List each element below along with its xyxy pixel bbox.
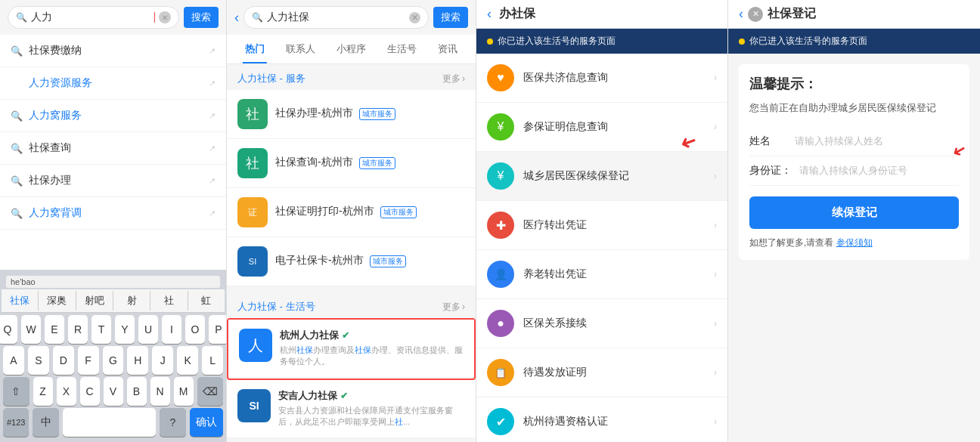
key-k[interactable]: K <box>177 346 198 375</box>
panel-registration: ‹ ✕ 社保登记 你已进入该生活号的服务页面 温馨提示： 您当前正在自助办理城乡… <box>728 0 980 442</box>
service-badge: 城市服务 <box>380 206 417 218</box>
form-input-id[interactable]: 请输入持续保人身份证号 <box>799 164 959 178</box>
service-item[interactable]: SI 电子社保卡-杭州市 城市服务 <box>227 237 476 286</box>
p3-title: 办社保 <box>499 6 717 22</box>
service-item[interactable]: 社 社保办理-杭州市 城市服务 <box>227 90 476 139</box>
submit-button[interactable]: 续保登记 <box>749 196 959 229</box>
form-input-name[interactable]: 请输入持续保人姓名 <box>795 134 959 148</box>
tab-hot[interactable]: 热门 <box>234 35 275 63</box>
p4-back-icon[interactable]: ‹ <box>739 6 743 22</box>
key-j[interactable]: J <box>152 346 173 375</box>
search-clear-icon[interactable]: ✕ <box>159 11 171 23</box>
suggestion-item[interactable]: 射 <box>113 291 150 311</box>
key-space[interactable] <box>63 408 156 437</box>
key-backspace[interactable]: ⌫ <box>197 377 224 406</box>
p4-close-icon[interactable]: ✕ <box>748 7 763 22</box>
menu-icon-medical-sharing: ♥ <box>487 64 514 91</box>
key-x[interactable]: X <box>57 377 76 406</box>
key-s[interactable]: S <box>28 346 49 375</box>
key-w[interactable]: W <box>21 315 41 344</box>
key-u[interactable]: U <box>138 315 158 344</box>
services-title: 人力社保 - 服务 <box>237 72 305 85</box>
service-text: 社保办理-杭州市 城市服务 <box>275 107 465 122</box>
menu-item-qualification[interactable]: ✔ 杭州待遇资格认证 › <box>476 397 727 442</box>
menu-item-medical-transfer[interactable]: ✚ 医疗转出凭证 › <box>476 201 727 250</box>
key-shift[interactable]: ⇧ <box>3 377 29 406</box>
suggestion-item[interactable]: 社 <box>150 291 188 311</box>
key-p[interactable]: P <box>209 315 227 344</box>
reminder-title: 温馨提示： <box>749 75 959 93</box>
service-badge: 城市服务 <box>359 108 395 120</box>
key-t[interactable]: T <box>91 315 111 344</box>
suggestion-item[interactable]: 深奥 <box>39 291 76 311</box>
list-item[interactable]: 🔍 社保费缴纳 ↗ <box>0 35 226 67</box>
menu-icon-district-insurance: ● <box>487 310 514 337</box>
key-d[interactable]: D <box>53 346 74 375</box>
keyboard-row-2: A S D F G H J K L <box>3 346 223 375</box>
list-item[interactable]: 🔍 人力窝背调 ↗ <box>0 197 226 230</box>
key-num[interactable]: #123 <box>3 408 29 437</box>
life-card-2[interactable]: SI 安吉人力社保 ✔ 安吉县人力资源和社会保障局开通支付宝服务窗后，从此足不出… <box>227 380 476 438</box>
key-n[interactable]: N <box>150 377 170 406</box>
search-result-text: 人力资源服务 <box>29 76 203 90</box>
key-e[interactable]: E <box>45 315 64 344</box>
list-item[interactable]: 🔍 社保办理 ↗ <box>0 165 226 197</box>
life-card-title: 杭州人力社保 ✔ <box>280 329 464 342</box>
life-more[interactable]: 更多 › <box>442 301 465 314</box>
p4-banner-text: 你已进入该生活号的服务页面 <box>749 35 867 48</box>
list-item[interactable]: 人力资源服务 ↗ <box>0 67 226 100</box>
services-more[interactable]: 更多 › <box>442 73 465 85</box>
life-card[interactable]: 人 杭州人力社保 ✔ 杭州社保办理查询及社保办理、资讯信息提供、服务每位个人。 <box>228 320 474 378</box>
key-q[interactable]: Q <box>0 315 17 344</box>
panel-search: 🔍 人力 ✕ 搜索 🔍 社保费缴纳 ↗ 人力资源服务 ↗ 🔍 人力窝服务 ↗ 🔍… <box>0 0 227 442</box>
menu-item-medical-sharing[interactable]: ♥ 医保共济信息查询 › <box>476 54 727 103</box>
key-a[interactable]: A <box>3 346 24 375</box>
reminder-box: 温馨提示： 您当前正在自助办理城乡居民医保续保登记 姓名 请输入持续保人姓名 身… <box>739 64 969 260</box>
chevron-right-icon: › <box>714 73 717 83</box>
key-confirm[interactable]: 确认 <box>190 408 223 437</box>
search-button[interactable]: 搜索 <box>184 7 219 28</box>
tab-news[interactable]: 资讯 <box>427 35 468 63</box>
menu-item-pension-transfer[interactable]: 👤 养老转出凭证 › <box>476 250 727 299</box>
list-item[interactable]: 🔍 社保查询 ↗ <box>0 132 226 165</box>
arrow-icon: ↗ <box>209 79 216 88</box>
p2-search-input-wrap[interactable]: 🔍 人力社保 ✕ <box>243 6 429 29</box>
p2-search-clear[interactable]: ✕ <box>409 12 420 23</box>
p2-search-button[interactable]: 搜索 <box>433 7 468 28</box>
key-b[interactable]: B <box>127 377 147 406</box>
chevron-right-icon-4: › <box>714 220 717 230</box>
suggestion-item[interactable]: 虹 <box>188 291 225 311</box>
key-punctuation[interactable]: ? <box>160 408 185 437</box>
key-o[interactable]: O <box>185 315 205 344</box>
chevron-right-icon-6: › <box>714 318 717 329</box>
service-item[interactable]: 证 社保证明打印-杭州市 城市服务 <box>227 188 476 237</box>
link-insurance-info[interactable]: 参保须知 <box>836 237 873 248</box>
pinyin-hint: he'bao <box>6 276 220 288</box>
suggestion-item[interactable]: 社保 <box>2 291 39 311</box>
back-icon[interactable]: ‹ <box>234 10 239 26</box>
key-v[interactable]: V <box>104 377 123 406</box>
key-chinese[interactable]: 中 <box>33 408 58 437</box>
highlight-social: 社保 <box>296 345 313 354</box>
menu-item-benefits-cert[interactable]: 📋 待遇发放证明 › <box>476 348 727 397</box>
search-input-wrap[interactable]: 🔍 人力 ✕ <box>8 6 179 29</box>
key-z[interactable]: Z <box>33 377 53 406</box>
service-item[interactable]: 社 社保查询-杭州市 城市服务 <box>227 139 476 188</box>
list-item[interactable]: 🔍 人力窝服务 ↗ <box>0 100 226 132</box>
key-r[interactable]: R <box>68 315 88 344</box>
key-f[interactable]: F <box>78 346 99 375</box>
key-m[interactable]: M <box>174 377 194 406</box>
p3-back-icon[interactable]: ‹ <box>487 6 492 22</box>
menu-item-district-insurance[interactable]: ● 区保关系接续 › <box>476 299 727 348</box>
suggestion-item[interactable]: 射吧 <box>76 291 113 311</box>
tab-contacts[interactable]: 联系人 <box>275 35 326 63</box>
key-h[interactable]: H <box>127 346 148 375</box>
key-g[interactable]: G <box>103 346 124 375</box>
key-l[interactable]: L <box>202 346 223 375</box>
menu-item-medical-reg[interactable]: ¥ 城乡居民医保续保登记 › <box>476 152 727 201</box>
key-y[interactable]: Y <box>115 315 135 344</box>
tab-mini-programs[interactable]: 小程序 <box>326 35 377 63</box>
tab-life[interactable]: 生活号 <box>377 35 427 63</box>
key-c[interactable]: C <box>80 377 100 406</box>
key-i[interactable]: I <box>162 315 181 344</box>
